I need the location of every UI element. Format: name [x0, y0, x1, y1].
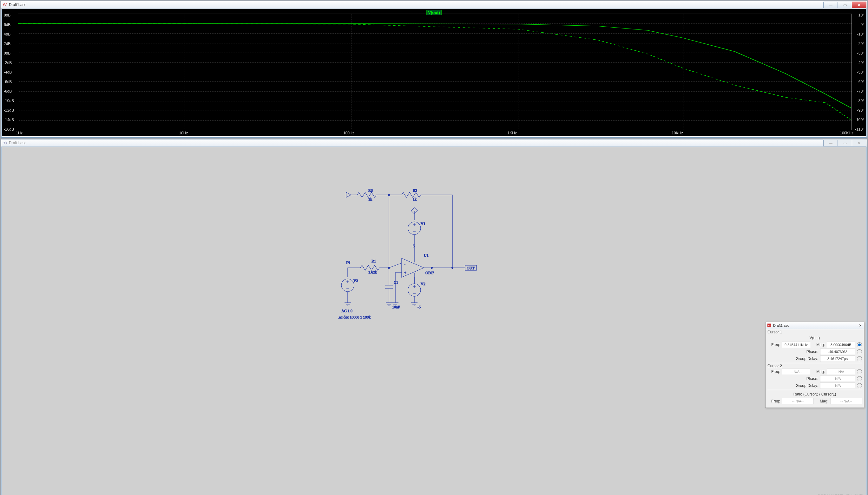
svg-text:U1: U1: [424, 253, 429, 258]
xtick: 10Hz: [179, 131, 188, 135]
ytick-r: -100°: [855, 118, 864, 122]
svg-text:-: -: [404, 262, 406, 266]
cursor-titlebar[interactable]: Draft1.asc ✕: [766, 322, 864, 329]
svg-text:IN: IN: [346, 260, 350, 265]
svg-rect-29: [767, 324, 771, 327]
svg-text:1.62k: 1.62k: [368, 270, 377, 274]
ytick: -16dB: [4, 127, 14, 132]
maximize-button[interactable]: ▭: [837, 2, 852, 8]
ytick: -4dB: [4, 70, 12, 74]
schematic-svg: R3 1k R2 1k V1 5: [319, 179, 605, 369]
svg-text:R3: R3: [368, 188, 373, 193]
ytick-r: -110°: [855, 127, 864, 132]
xtick: 10KHz: [672, 131, 683, 135]
cursor-title: Draft1.asc: [773, 324, 857, 327]
svg-text:+: +: [404, 271, 406, 275]
svg-text:V1: V1: [421, 222, 425, 226]
c1-phase[interactable]: -46.407696°: [820, 348, 855, 355]
schematic-title: Draft1.asc: [9, 141, 823, 145]
phase-radio[interactable]: [857, 349, 862, 354]
ytick-r: -10°: [857, 32, 864, 36]
window-buttons: — ▭ ✕: [823, 2, 866, 8]
maximize-button[interactable]: ▭: [837, 140, 852, 147]
ytick: 0dB: [4, 51, 11, 55]
ytick: -8dB: [4, 89, 12, 93]
ytick: -10dB: [4, 99, 14, 103]
ltspice-icon: [767, 323, 772, 328]
ytick-r: -60°: [857, 80, 864, 84]
ytick: 8dB: [4, 13, 11, 17]
ytick: 4dB: [4, 32, 11, 36]
c1-freq[interactable]: 9.8454411KHz: [782, 342, 810, 348]
svg-text:OUT: OUT: [467, 266, 475, 270]
close-button[interactable]: ✕: [852, 2, 866, 8]
svg-point-18: [388, 194, 390, 196]
watermark: CSDN@FST_滴水藏海: [817, 493, 863, 495]
plot-window: Draft1.asc — ▭ ✕ V(out) 8dB 6dB 4dB 2dB …: [1, 1, 867, 138]
plot-curves: [18, 14, 852, 130]
svg-text:.ac dec 10000 1 100k: .ac dec 10000 1 100k: [338, 315, 371, 320]
ytick: 6dB: [4, 22, 11, 27]
svg-text:V2: V2: [421, 282, 425, 286]
ytick: -12dB: [4, 108, 14, 113]
c1-mag[interactable]: 3.0000496dB: [827, 342, 855, 348]
svg-text:AC 1 0: AC 1 0: [341, 309, 353, 313]
svg-text:-5: -5: [417, 305, 421, 309]
plot-titlebar[interactable]: Draft1.asc — ▭ ✕: [1, 1, 867, 8]
schematic-titlebar[interactable]: Draft1.asc — ▭ ✕: [1, 139, 867, 147]
ytick-r: -70°: [857, 89, 864, 93]
svg-text:OP07: OP07: [425, 271, 434, 275]
minimize-button[interactable]: —: [823, 2, 838, 8]
window-buttons: — ▭ ✕: [823, 140, 866, 146]
ratio-label: Ratio (Cursor2 / Cursor1): [793, 392, 836, 396]
xtick: 100Hz: [343, 131, 354, 135]
plot-canvas[interactable]: [18, 14, 852, 130]
app-icon: [2, 2, 7, 7]
gd-radio[interactable]: [857, 356, 862, 361]
ytick-r: 10°: [858, 13, 864, 17]
ytick: 2dB: [4, 41, 11, 46]
svg-text:1k: 1k: [368, 197, 372, 202]
plot-title: Draft1.asc: [9, 2, 823, 7]
ytick-r: -30°: [857, 51, 864, 55]
minimize-button[interactable]: —: [823, 140, 838, 147]
c2-freq[interactable]: -- N/A--: [782, 369, 810, 375]
svg-point-13: [452, 267, 453, 269]
cursor-body: Cursor 1 V(out) Freq: 9.8454411KHz Mag: …: [766, 329, 864, 405]
svg-text:C1: C1: [394, 280, 398, 285]
signal-name: V(out): [809, 336, 820, 340]
xtick: 100KHz: [840, 131, 853, 135]
cursor-panel[interactable]: Draft1.asc ✕ Cursor 1 V(out) Freq: 9.845…: [765, 322, 864, 408]
c2-mag-radio[interactable]: [857, 369, 862, 374]
ytick-r: 0°: [861, 22, 864, 27]
ytick: -14dB: [4, 118, 14, 122]
svg-text:V3: V3: [354, 278, 358, 283]
ytick: -6dB: [4, 80, 12, 84]
svg-text:R1: R1: [372, 259, 376, 263]
ytick-r: -90°: [857, 108, 864, 113]
plot-area[interactable]: V(out) 8dB 6dB 4dB 2dB 0dB -2dB -4dB -6d…: [2, 9, 866, 136]
c1-gd[interactable]: 8.4617247µs: [820, 356, 855, 362]
svg-text:R2: R2: [413, 188, 417, 193]
svg-text:10nF: 10nF: [392, 305, 400, 309]
schematic-icon: [2, 140, 7, 146]
svg-text:1k: 1k: [413, 197, 416, 202]
ytick-r: -50°: [857, 70, 864, 74]
close-icon[interactable]: ✕: [857, 323, 863, 328]
schematic-canvas[interactable]: R3 1k R2 1k V1 5: [2, 147, 866, 495]
c2-mag[interactable]: -- N/A--: [827, 369, 855, 375]
xtick: 1KHz: [508, 131, 517, 135]
cursor1-label: Cursor 1: [767, 330, 862, 334]
schematic-window: Draft1.asc — ▭ ✕ R3 1k R2 1k: [1, 139, 867, 495]
close-button[interactable]: ✕: [852, 140, 866, 147]
ytick-r: -40°: [857, 61, 864, 65]
svg-point-14: [431, 267, 433, 269]
mag-radio[interactable]: [857, 342, 862, 347]
ytick-r: -20°: [857, 41, 864, 46]
cursor2-label: Cursor 2: [767, 364, 862, 368]
ytick-r: -80°: [857, 99, 864, 103]
ytick: -2dB: [4, 61, 12, 65]
xtick: 1Hz: [16, 131, 22, 135]
